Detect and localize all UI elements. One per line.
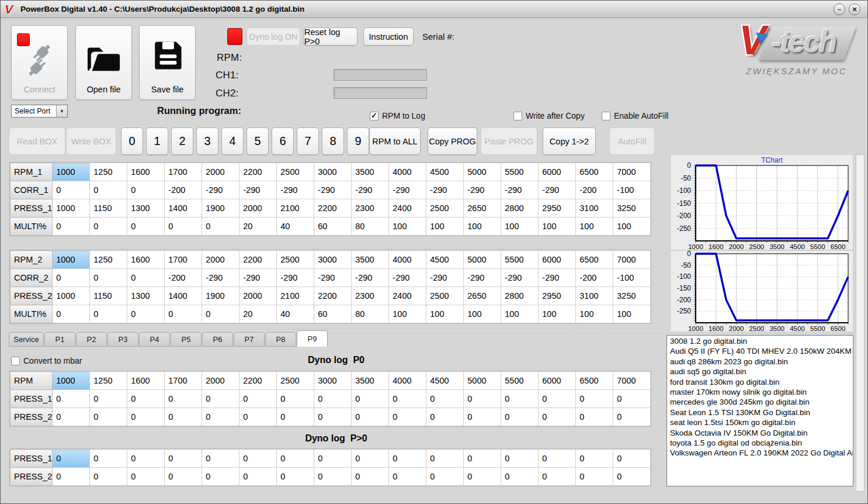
file-list-item[interactable]: 3008 1.2 go digital.bin [670,336,853,346]
cell[interactable]: 0 [539,390,576,408]
cell[interactable]: 0 [277,408,314,426]
cell[interactable]: 7000 [613,372,651,390]
cell[interactable]: 0 [53,181,90,199]
cell[interactable]: -200 [165,269,202,287]
cell[interactable]: 3250 [613,287,651,305]
cell[interactable]: -290 [389,181,426,199]
cell[interactable]: 40 [277,218,314,236]
cell[interactable]: 3000 [314,163,352,181]
cell[interactable]: -290 [352,269,389,287]
program-digit-button-0[interactable]: 0 [121,127,143,155]
cell[interactable]: 100 [539,305,576,323]
reset-log-button[interactable]: Reset log P>0 [304,27,357,46]
close-button[interactable]: ✕ [849,4,860,15]
cell[interactable]: 100 [426,218,464,236]
cell[interactable]: 2950 [539,287,576,305]
cell[interactable]: 0 [127,181,165,199]
cell[interactable]: 1600 [127,372,165,390]
dyno-log-on-button[interactable]: Dyno log ON [246,27,300,46]
cell[interactable]: 0 [389,468,426,486]
copy-prog-button[interactable]: Copy PROG [428,127,477,155]
copy-1-2-button[interactable]: Copy 1->2 [543,127,596,155]
read-box-button[interactable]: Read BOX [9,127,65,155]
cell[interactable]: 7000 [613,251,651,269]
cell[interactable]: 1900 [202,199,239,218]
cell[interactable]: -290 [501,181,539,199]
enable-autofill-box[interactable] [602,112,610,120]
cell[interactable]: 0 [464,468,501,486]
cell[interactable]: 0 [127,305,165,323]
cell[interactable]: -200 [165,181,202,199]
file-list-item[interactable]: master 170km nowy silnik go digital.bin [670,387,853,397]
file-list-item[interactable]: mercedes gle 300d 245km go digital.bin [670,397,853,407]
dropdown-arrow-icon[interactable] [56,105,67,117]
cell[interactable]: 0 [389,450,426,468]
cell[interactable]: 0 [90,181,127,199]
cell[interactable]: 40 [277,305,314,323]
cell[interactable]: 60 [314,305,352,323]
cell[interactable]: 5500 [501,251,539,269]
cell[interactable]: 2800 [501,287,539,305]
cell[interactable]: -290 [352,181,389,199]
cell[interactable]: 2200 [314,287,352,305]
cell[interactable]: 3500 [352,251,389,269]
cell[interactable]: 0 [127,390,165,408]
cell[interactable]: 0 [576,468,613,486]
cell[interactable]: -290 [539,181,576,199]
cell[interactable]: -290 [202,269,239,287]
cell[interactable]: -290 [501,269,539,287]
cell[interactable]: 0 [464,390,501,408]
cell[interactable]: -290 [239,181,277,199]
cell[interactable]: 100 [539,218,576,236]
cell[interactable]: 0 [202,468,239,486]
cell[interactable]: 0 [501,468,539,486]
cell[interactable]: 5000 [464,163,501,181]
tab-p2[interactable]: P2 [76,332,107,347]
cell[interactable]: 0 [202,305,239,323]
cell[interactable]: 0 [277,450,314,468]
cell[interactable]: 0 [464,408,501,426]
cell[interactable]: 6500 [576,251,613,269]
cell[interactable]: 0 [539,468,576,486]
file-list-item[interactable]: toyota 1.5 go digital od obciążenia.bin [670,438,853,448]
file-list-item[interactable]: seat leon 1.5tsi 150km go digital.bin [670,417,853,427]
tab-p4[interactable]: P4 [139,332,170,347]
cell[interactable]: 0 [53,468,90,486]
right-scrollbar-track[interactable] [856,154,864,492]
cell[interactable]: 100 [389,218,426,236]
cell[interactable]: 2650 [464,287,501,305]
cell[interactable]: 1300 [127,287,165,305]
cell[interactable]: 3000 [314,372,352,390]
cell[interactable]: 2800 [501,199,539,218]
cell[interactable]: 1000 [53,251,90,269]
cell[interactable]: -100 [613,269,651,287]
cell[interactable]: 2950 [539,199,576,218]
cell[interactable]: 0 [352,390,389,408]
cell[interactable]: 100 [501,218,539,236]
connect-button[interactable]: Connect [11,25,68,100]
cell[interactable]: 0 [576,408,613,426]
cell[interactable]: 0 [127,218,165,236]
file-list-item[interactable]: Audi Q5 II (FY FL) 40 TDI MHEV 2.0 150kW… [670,346,853,356]
cell[interactable]: 0 [53,305,90,323]
cell[interactable]: 0 [539,408,576,426]
program-digit-button-8[interactable]: 8 [322,127,344,155]
cell[interactable]: 1150 [90,199,127,218]
write-after-copy-box[interactable] [513,112,522,120]
tab-p8[interactable]: P8 [265,332,296,347]
cell[interactable]: 0 [202,390,239,408]
cell[interactable]: 0 [277,390,314,408]
cell[interactable]: 1400 [165,199,202,218]
cell[interactable]: 0 [426,450,464,468]
cell[interactable]: 2100 [277,287,314,305]
cell[interactable]: -290 [202,181,239,199]
cell[interactable]: 80 [352,218,389,236]
cell[interactable]: 100 [464,218,501,236]
cell[interactable]: 0 [53,408,90,426]
file-list-item[interactable]: ford transit 130km go digital.bin [670,377,853,387]
cell[interactable]: 1600 [127,251,165,269]
cell[interactable]: 0 [239,390,277,408]
cell[interactable]: 3000 [314,251,352,269]
cell[interactable]: 1900 [202,287,239,305]
cell[interactable]: 0 [501,408,539,426]
